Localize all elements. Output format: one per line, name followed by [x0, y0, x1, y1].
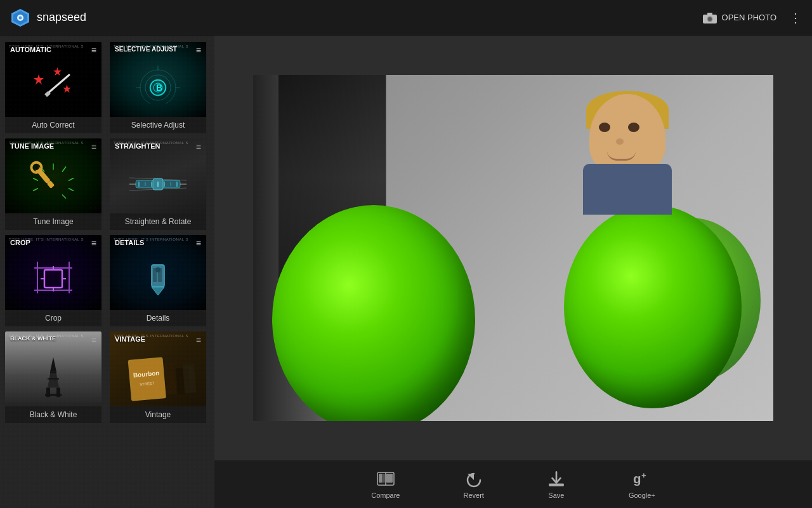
compare-label: Compare	[371, 491, 400, 499]
card-title-tune: TUNE IMAGE	[10, 142, 54, 150]
svg-text:g: g	[633, 471, 641, 485]
card-title-vintage: VINTAGE	[115, 335, 145, 344]
selective-adjust-icon: B	[133, 65, 183, 104]
svg-line-29	[33, 178, 38, 181]
svg-rect-79	[386, 474, 393, 483]
open-photo-button[interactable]: OPEN PHOTO	[703, 12, 776, 23]
card-title-autocorrect: AUTOMATIC	[10, 46, 51, 54]
boy-nose	[616, 138, 624, 145]
card-label-autocorrect: Auto Correct	[5, 117, 102, 133]
card-label-selective: Selective Adjust	[110, 117, 206, 133]
app-header: snapseed OPEN PHOTO ⋮	[0, 0, 812, 36]
card-header-6: DETAILS ≡	[110, 235, 206, 250]
tools-sidebar: TYPE HERE. IT'S INTERNATIONAL S AUTOMATI…	[0, 36, 214, 508]
compare-button[interactable]: Compare	[371, 470, 400, 499]
card-options-icon: ≡	[91, 46, 96, 55]
tool-card-bw[interactable]: TYPE HERE. IT'S INTERNATIONAL S BLACK & …	[5, 331, 102, 423]
svg-rect-81	[549, 483, 564, 486]
svg-rect-51	[44, 270, 62, 288]
svg-marker-59	[152, 287, 164, 295]
card-header-4: STRAIGHTEN ≡	[110, 138, 206, 154]
card-title-crop: CROP	[10, 239, 30, 247]
tool-card-vintage[interactable]: TYPE HERE. IT'S INTERNATIONAL S VINTAGE …	[110, 331, 206, 423]
card-options-icon-8: ≡	[196, 335, 201, 344]
save-label: Save	[548, 491, 564, 499]
tools-grid: TYPE HERE. IT'S INTERNATIONAL S AUTOMATI…	[0, 36, 214, 508]
card-options-icon-7: ≡	[91, 335, 96, 344]
svg-marker-10	[63, 84, 71, 93]
photo-frame	[253, 75, 773, 421]
crop-icon	[31, 258, 75, 297]
googleplus-label: Google+	[629, 491, 655, 499]
card-label-crop: Crop	[5, 310, 102, 326]
boy-mouth	[607, 151, 636, 161]
header-left: snapseed	[10, 8, 86, 28]
svg-text:B: B	[156, 83, 162, 93]
vintage-icon: Bourbon STREET	[118, 348, 199, 405]
svg-line-24	[62, 167, 66, 172]
revert-icon	[465, 470, 483, 488]
app-title: snapseed	[37, 11, 86, 24]
tool-card-selective-adjust[interactable]: TYPE HERE. IT'S INTERNATIONAL S SELECTIV…	[110, 42, 206, 133]
autocorrect-icon	[28, 65, 79, 104]
card-title-bw: BLACK & WHITE	[10, 335, 56, 343]
main-layout: TYPE HERE. IT'S INTERNATIONAL S AUTOMATI…	[0, 36, 812, 508]
svg-line-27	[62, 195, 66, 199]
balloon-left	[272, 205, 475, 421]
svg-rect-69	[130, 359, 164, 399]
svg-point-6	[708, 17, 712, 21]
content-area: Compare Revert Save	[214, 36, 812, 508]
tool-card-details[interactable]: TYPE HERE. IT'S INTERNATIONAL S DETAILS …	[110, 235, 206, 326]
card-label-tune: Tune Image	[5, 213, 102, 230]
tool-card-auto-correct[interactable]: TYPE HERE. IT'S INTERNATIONAL S AUTOMATI…	[5, 42, 102, 133]
tool-card-tune-image[interactable]: TYPE HERE. IT'S INTERNATIONAL S TUNE IMA…	[5, 138, 102, 230]
card-label-straighten: Straighten & Rotate	[110, 213, 206, 230]
svg-rect-7	[707, 13, 712, 15]
svg-marker-61	[50, 358, 56, 372]
tool-card-straighten[interactable]: TYPE HERE. IT'S INTERNATIONAL S STRAIGHT…	[110, 138, 206, 230]
card-title-selective: SELECTIVE ADJUST	[115, 46, 177, 53]
svg-text:+: +	[641, 471, 646, 480]
more-menu-icon[interactable]: ⋮	[789, 10, 802, 25]
bw-icon	[37, 356, 69, 398]
straighten-icon	[126, 166, 190, 198]
save-button[interactable]: Save	[547, 470, 565, 499]
card-options-icon-4: ≡	[196, 142, 201, 151]
card-label-details: Details	[110, 310, 206, 326]
tool-card-crop[interactable]: TYPE HERE. IT'S INTERNATIONAL S CROP ≡	[5, 235, 102, 326]
photo-display-area	[214, 36, 812, 460]
svg-line-26	[69, 189, 74, 191]
revert-label: Revert	[463, 491, 483, 499]
bottom-toolbar: Compare Revert Save	[214, 460, 812, 508]
svg-rect-72	[164, 363, 176, 395]
svg-line-25	[69, 178, 74, 181]
svg-point-3	[19, 16, 22, 19]
card-header-2: SELECTIVE ADJUST ≡	[110, 42, 206, 57]
svg-rect-64	[48, 378, 59, 380]
snapseed-logo-icon	[10, 8, 30, 28]
googleplus-button[interactable]: g + Google+	[629, 470, 655, 499]
card-title-straighten: STRAIGHTEN	[115, 142, 160, 150]
revert-button[interactable]: Revert	[463, 470, 483, 499]
card-header-3: TUNE IMAGE ≡	[5, 138, 102, 154]
camera-icon	[703, 12, 717, 23]
svg-marker-8	[34, 74, 44, 84]
svg-marker-63	[48, 374, 59, 388]
card-header: AUTOMATIC ≡	[5, 42, 102, 57]
card-options-icon-6: ≡	[196, 239, 201, 248]
window-area	[646, 75, 773, 202]
boy-eyes	[599, 123, 639, 132]
compare-icon	[377, 470, 395, 488]
card-title-details: DETAILS	[115, 239, 144, 247]
svg-point-60	[155, 267, 160, 272]
card-label-vintage: Vintage	[110, 406, 206, 423]
svg-rect-62	[50, 372, 56, 374]
googleplus-icon: g +	[633, 470, 651, 488]
photo-background	[253, 75, 773, 421]
details-icon	[139, 258, 177, 297]
open-photo-label: OPEN PHOTO	[722, 13, 776, 22]
save-icon	[547, 470, 565, 488]
card-options-icon-5: ≡	[91, 239, 96, 248]
svg-marker-9	[53, 67, 62, 76]
svg-rect-67	[45, 394, 62, 396]
